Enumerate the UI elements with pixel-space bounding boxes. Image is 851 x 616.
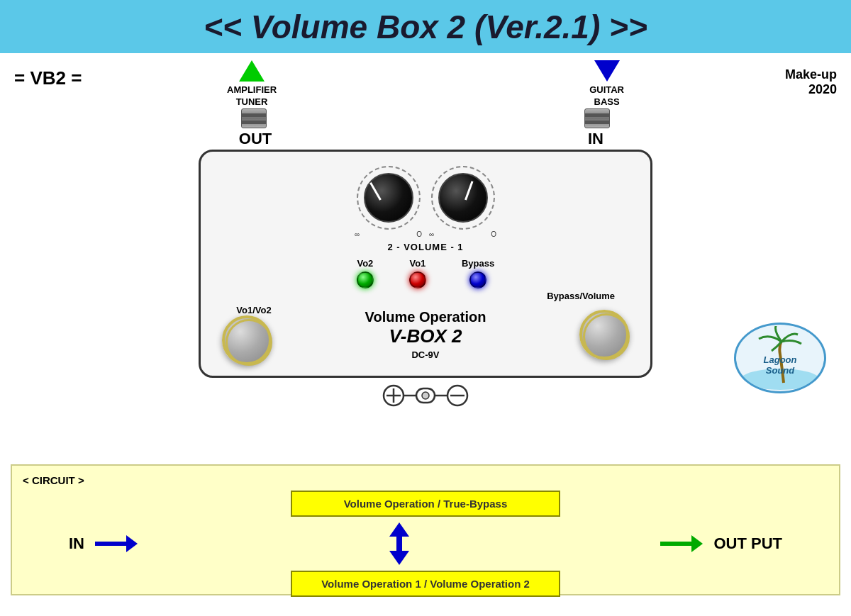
knob-vol2[interactable]: [364, 173, 413, 223]
led-bypass-item: Bypass: [462, 258, 494, 289]
svg-text:Lagoon: Lagoon: [764, 354, 797, 365]
circuit-section: < CIRCUIT > Volume Operation / True-Bypa…: [11, 464, 840, 595]
led-vo1: [409, 271, 426, 289]
led-vo1-item: Vo1: [409, 258, 426, 289]
circuit-box-bottom: Volume Operation 1 / Volume Operation 2: [291, 571, 560, 597]
out-label: OUT: [227, 130, 284, 148]
led-vo2-label: Vo2: [357, 258, 373, 269]
circuit-content: Volume Operation / True-Bypass IN OUT PU…: [26, 491, 825, 597]
vb2-label: = VB2 =: [14, 67, 82, 89]
arrow-up-green: [239, 60, 265, 82]
dc-jack-svg: [379, 381, 472, 410]
svg-text:Sound: Sound: [766, 365, 795, 376]
vo1vo2-label: Vo1/Vo2: [236, 305, 271, 315]
guitar-label: GUITAR BASS: [589, 60, 624, 108]
device-area: AMPLIFIER TUNER GUITAR BASS OUT IN: [184, 53, 667, 414]
knob-vol1[interactable]: [438, 173, 488, 223]
lagoon-sound-svg: Lagoon Sound: [738, 326, 823, 390]
arrow-shaft-blue: [396, 537, 402, 551]
arrow-down-blue: [389, 551, 409, 565]
device-box: ∞ O ∞ O 2 - VOLUME - 1: [199, 150, 652, 378]
knobs-row: ∞ O ∞ O: [222, 166, 629, 238]
circuit-in-label: IN: [69, 534, 84, 553]
led-vo2: [357, 271, 374, 289]
led-row: Vo2 Vo1 Bypass: [222, 258, 629, 289]
amplifier-label: AMPLIFIER TUNER: [227, 60, 277, 108]
led-vo2-item: Vo2: [357, 258, 374, 289]
device-text-vbox: V-BOX 2: [365, 325, 486, 347]
knob-vol1-container: ∞ O: [429, 166, 496, 238]
circuit-out-label: OUT PUT: [713, 534, 782, 553]
knob-vol1-outer: [431, 166, 495, 230]
arrow-up-blue: [389, 522, 409, 537]
dc-jack-symbol: [184, 381, 667, 414]
circuit-in-arrow: [95, 535, 138, 552]
led-bypass: [469, 271, 486, 289]
circuit-vertical-arrow: [389, 522, 409, 565]
volume-label: 2 - VOLUME - 1: [222, 242, 629, 252]
footswitch-left-container: Vo1/Vo2: [222, 305, 272, 365]
knob-vol2-container: ∞ O: [355, 166, 422, 238]
logo-area: Lagoon Sound: [723, 323, 837, 415]
main-area: = VB2 = Make-up 2020 AMPLIFIER TUNER GUI…: [0, 53, 851, 464]
circuit-middle-row: IN OUT PUT: [26, 522, 825, 565]
dc-jack-area: [184, 381, 667, 414]
connector-labels-row: AMPLIFIER TUNER GUITAR BASS: [184, 60, 667, 108]
svg-point-6: [422, 392, 429, 399]
in-label: IN: [567, 130, 624, 148]
logo-circle: Lagoon Sound: [734, 323, 826, 393]
device-text-dc: DC-9V: [365, 349, 486, 360]
jack-connectors-row: [184, 108, 667, 128]
circuit-box-top: Volume Operation / True-Bypass: [291, 491, 560, 517]
makeup-label: Make-up 2020: [785, 67, 837, 97]
page-title: << Volume Box 2 (Ver.2.1) >>: [204, 8, 647, 46]
out-in-row: OUT IN: [184, 130, 667, 148]
knob-vol2-outer: [357, 166, 421, 230]
led-vo1-label: Vo1: [409, 258, 425, 269]
device-center-text: Volume Operation V-BOX 2 DC-9V: [365, 309, 486, 360]
out-jack: [241, 108, 267, 128]
footswitch-right[interactable]: [579, 310, 629, 359]
in-jack: [584, 108, 610, 128]
bypass-volume-label: Bypass/Volume: [547, 291, 615, 301]
knob-vol1-scale: ∞ O: [429, 230, 496, 238]
knob-vol2-scale: ∞ O: [355, 230, 422, 238]
footswitch-left[interactable]: [222, 315, 272, 365]
footswitch-right-container: [579, 310, 629, 359]
circuit-title: < CIRCUIT >: [23, 474, 84, 486]
header: << Volume Box 2 (Ver.2.1) >>: [0, 0, 851, 53]
arrow-down-blue: [594, 60, 620, 82]
device-text-main: Volume Operation: [365, 309, 486, 325]
footswitch-row: Vo1/Vo2 Volume Operation V-BOX 2 DC-9V: [222, 305, 629, 365]
led-bypass-label: Bypass: [462, 258, 494, 269]
circuit-out-arrow: [660, 535, 703, 552]
